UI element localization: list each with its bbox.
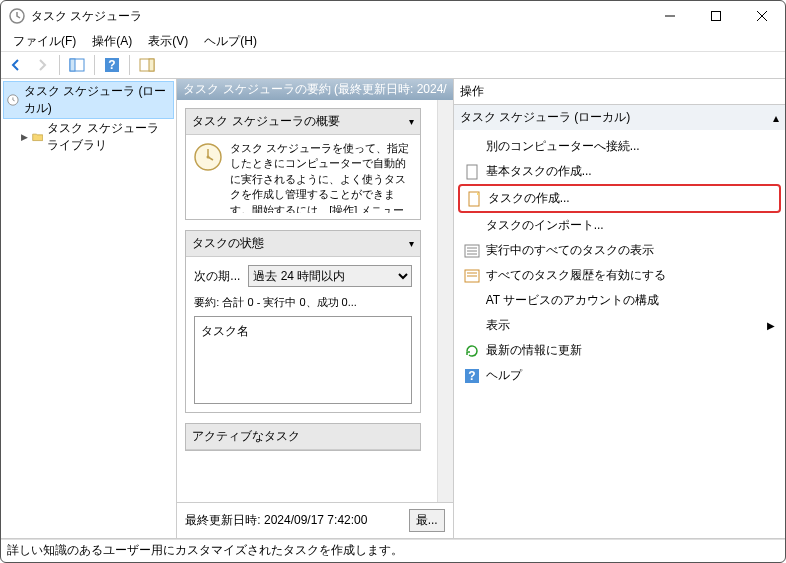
action-label: ヘルプ <box>486 367 522 384</box>
clock-large-icon <box>192 141 224 173</box>
action-show-running[interactable]: 実行中のすべてのタスクの表示 <box>458 238 781 263</box>
action-label: すべてのタスク履歴を有効にする <box>486 267 666 284</box>
action-label: タスクの作成... <box>488 190 570 207</box>
summary-header: タスク スケジューラの要約 (最終更新日時: 2024/ <box>177 79 452 100</box>
window-title: タスク スケジューラ <box>31 8 647 25</box>
action-create-task[interactable]: タスクの作成... <box>458 184 781 213</box>
overview-section: タスク スケジューラの概要 ▾ タスク スケジューラを使って、指定したときにコン… <box>185 108 420 220</box>
svg-rect-3 <box>70 59 75 71</box>
collapse-up-icon[interactable]: ▴ <box>773 111 779 125</box>
close-button[interactable] <box>739 1 785 31</box>
menu-view[interactable]: 表示(V) <box>142 31 194 51</box>
help-icon: ? <box>464 368 480 384</box>
action-at-service[interactable]: AT サービスのアカウントの構成 <box>458 288 781 313</box>
show-hide-tree-button[interactable] <box>66 54 88 76</box>
tree-library-label: タスク スケジューラ ライブラリ <box>47 120 172 154</box>
state-period-label: 次の期... <box>194 268 240 285</box>
maximize-button[interactable] <box>693 1 739 31</box>
chevron-right-icon: ▶ <box>21 132 28 142</box>
action-help[interactable]: ? ヘルプ <box>458 363 781 388</box>
refresh-button-short[interactable]: 最... <box>409 509 445 532</box>
tree-root-label: タスク スケジューラ (ローカル) <box>24 83 171 117</box>
clock-icon <box>6 92 20 108</box>
refresh-icon <box>464 343 480 359</box>
center-bottom-bar: 最終更新日時: 2024/09/17 7:42:00 最... <box>177 502 452 538</box>
show-hide-actions-button[interactable] <box>136 54 158 76</box>
active-title: アクティブなタスク <box>192 428 300 445</box>
menu-file[interactable]: ファイル(F) <box>7 31 82 51</box>
main-content: タスク スケジューラ (ローカル) ▶ タスク スケジューラ ライブラリ タスク… <box>1 79 785 539</box>
statusbar: 詳しい知識のあるユーザー用にカスタマイズされたタスクを作成します。 <box>1 539 785 561</box>
menu-action[interactable]: 操作(A) <box>86 31 138 51</box>
tree-pane: タスク スケジューラ (ローカル) ▶ タスク スケジューラ ライブラリ <box>1 79 177 538</box>
tree-library[interactable]: ▶ タスク スケジューラ ライブラリ <box>19 119 174 155</box>
action-label: タスクのインポート... <box>486 217 604 234</box>
action-view[interactable]: 表示 ▶ <box>458 313 781 338</box>
action-label: 最新の情報に更新 <box>486 342 582 359</box>
statusbar-text: 詳しい知識のあるユーザー用にカスタマイズされたタスクを作成します。 <box>7 542 403 559</box>
svg-text:?: ? <box>468 369 475 383</box>
blank-icon <box>464 318 480 334</box>
center-pane: タスク スケジューラの要約 (最終更新日時: 2024/ タスク スケジューラの… <box>177 79 453 538</box>
actions-pane: 操作 タスク スケジューラ (ローカル) ▴ 別のコンピューターへ接続... 基… <box>454 79 785 538</box>
state-title: タスクの状態 <box>192 235 264 252</box>
new-task-icon <box>466 191 482 207</box>
active-section: アクティブなタスク <box>185 423 420 451</box>
action-label: 別のコンピューターへ接続... <box>486 138 640 155</box>
menubar: ファイル(F) 操作(A) 表示(V) ヘルプ(H) <box>1 31 785 51</box>
actions-group-title: タスク スケジューラ (ローカル) <box>460 109 631 126</box>
task-list-box: タスク名 <box>194 316 411 404</box>
list-icon <box>464 243 480 259</box>
action-import-task[interactable]: タスクのインポート... <box>458 213 781 238</box>
state-summary: 要約: 合計 0 - 実行中 0、成功 0... <box>194 295 411 310</box>
state-section: タスクの状態 ▾ 次の期... 過去 24 時間以内 要約: 合計 0 - 実行… <box>185 230 420 413</box>
task-column-name: タスク名 <box>201 324 249 338</box>
blank-icon <box>464 139 480 155</box>
svg-rect-1 <box>712 12 721 21</box>
app-icon <box>9 8 25 24</box>
history-icon <box>464 268 480 284</box>
action-label: 基本タスクの作成... <box>486 163 592 180</box>
tree-root[interactable]: タスク スケジューラ (ローカル) <box>3 81 174 119</box>
forward-button[interactable] <box>31 54 53 76</box>
actions-pane-title: 操作 <box>454 79 785 105</box>
collapse-icon[interactable]: ▾ <box>409 116 414 127</box>
svg-rect-11 <box>467 165 477 179</box>
action-label: AT サービスのアカウントの構成 <box>486 292 660 309</box>
blank-icon <box>464 293 480 309</box>
document-icon <box>464 164 480 180</box>
overview-title: タスク スケジューラの概要 <box>192 113 339 130</box>
help-button[interactable]: ? <box>101 54 123 76</box>
folder-icon <box>32 129 43 145</box>
chevron-right-icon: ▶ <box>767 320 775 331</box>
action-refresh[interactable]: 最新の情報に更新 <box>458 338 781 363</box>
action-label: 表示 <box>486 317 761 334</box>
center-scrollbar[interactable] <box>437 100 453 502</box>
overview-text: タスク スケジューラを使って、指定したときにコンピューターで自動的に実行されるよ… <box>230 141 413 213</box>
action-label: 実行中のすべてのタスクの表示 <box>486 242 654 259</box>
minimize-button[interactable] <box>647 1 693 31</box>
actions-group-header: タスク スケジューラ (ローカル) ▴ <box>454 105 785 130</box>
action-create-basic-task[interactable]: 基本タスクの作成... <box>458 159 781 184</box>
svg-text:?: ? <box>108 58 115 72</box>
toolbar: ? <box>1 51 785 79</box>
titlebar: タスク スケジューラ <box>1 1 785 31</box>
last-updated-text: 最終更新日時: 2024/09/17 7:42:00 <box>185 512 402 529</box>
state-period-select[interactable]: 過去 24 時間以内 <box>248 265 411 287</box>
collapse-icon[interactable]: ▾ <box>409 238 414 249</box>
action-enable-history[interactable]: すべてのタスク履歴を有効にする <box>458 263 781 288</box>
back-button[interactable] <box>5 54 27 76</box>
svg-rect-7 <box>149 59 154 71</box>
menu-help[interactable]: ヘルプ(H) <box>198 31 263 51</box>
blank-icon <box>464 218 480 234</box>
action-connect[interactable]: 別のコンピューターへ接続... <box>458 134 781 159</box>
